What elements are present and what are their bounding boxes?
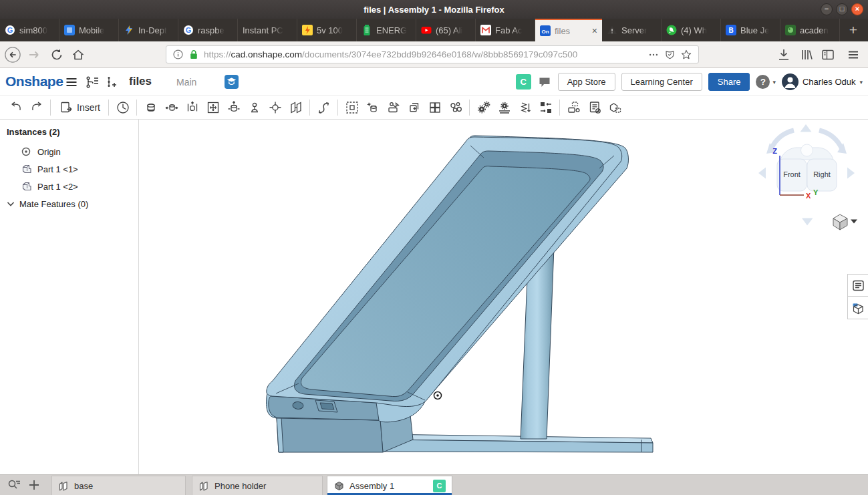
forward-button[interactable] <box>25 46 43 63</box>
mate-revolute-icon[interactable] <box>161 98 182 118</box>
menu-icon[interactable] <box>845 46 862 63</box>
window-controls: − □ × <box>821 3 863 15</box>
group-icon[interactable] <box>341 98 362 118</box>
workspace-name[interactable]: Main <box>176 77 196 88</box>
versions-icon[interactable] <box>84 75 99 90</box>
insert-button[interactable]: Insert <box>54 98 105 118</box>
duplicate-icon[interactable] <box>404 98 424 118</box>
instance-row-part-1-2[interactable]: Part 1 <2> <box>0 178 138 195</box>
document-name: files <box>129 75 152 88</box>
view-cube[interactable]: Front Right Z X Y <box>755 120 868 233</box>
mate-planar-icon[interactable] <box>202 98 223 118</box>
history-icon[interactable] <box>112 98 133 118</box>
browser-tab-fab-ac[interactable]: Fab Ac <box>476 19 535 41</box>
appearance-panel-icon[interactable] <box>847 297 868 319</box>
rack-pinion-icon[interactable] <box>494 98 515 118</box>
undo-icon[interactable] <box>5 98 26 118</box>
user-menu[interactable]: Charles Oduk ▾ <box>782 73 863 90</box>
instance-row-origin[interactable]: Origin <box>0 143 138 160</box>
pattern-icon[interactable] <box>424 98 445 118</box>
gear-pattern-icon[interactable] <box>445 98 466 118</box>
collaborator-badge[interactable]: C <box>516 74 531 90</box>
document-menu-icon[interactable] <box>64 75 79 90</box>
mate-parallel-icon[interactable] <box>285 98 306 118</box>
url-bar[interactable]: https://cad.onshape.com/documents/3074ee… <box>166 45 699 63</box>
browser-tab-sim800[interactable]: Gsim800 <box>0 19 59 41</box>
branch-icon[interactable] <box>105 75 120 90</box>
origin-icon <box>20 146 32 158</box>
reload-button[interactable] <box>48 46 65 63</box>
mate-fastened-icon[interactable] <box>140 98 161 118</box>
mate-pin-slot-icon[interactable] <box>244 98 265 118</box>
help-icon[interactable]: ? <box>756 75 770 89</box>
screw-relation-icon[interactable] <box>515 98 535 118</box>
document-tab-phone-holder[interactable]: Phone holder <box>192 476 323 495</box>
redo-icon[interactable] <box>26 98 47 118</box>
new-browser-tab-button[interactable]: + <box>840 19 867 41</box>
browser-tab-files[interactable]: Onfiles× <box>535 19 602 41</box>
browser-tab-5v-100[interactable]: 5v 100 <box>297 19 357 41</box>
page-actions-icon[interactable] <box>647 49 660 61</box>
document-tab-base[interactable]: base <box>51 476 186 495</box>
origin-marker[interactable] <box>434 392 442 399</box>
browser-tab-blue-je[interactable]: BBlue Je <box>721 19 780 41</box>
browser-tab-mobile[interactable]: Mobile <box>59 19 119 41</box>
view-options-dropdown[interactable] <box>833 214 857 230</box>
instance-row-part-1-1[interactable]: Part 1 <1> <box>0 160 138 178</box>
close-button[interactable]: × <box>851 3 863 15</box>
view-cube-faces[interactable]: Front Right <box>777 144 837 191</box>
bookmark-star-icon[interactable] <box>680 49 692 61</box>
onshape-logo[interactable]: Onshape <box>5 73 63 90</box>
mate-connector-icon[interactable] <box>362 98 383 118</box>
search-tabs-icon[interactable] <box>7 478 21 492</box>
avatar[interactable] <box>782 73 799 90</box>
chevron-down-icon <box>5 198 16 209</box>
bill-of-materials-icon[interactable] <box>584 98 605 118</box>
mate-ball-icon[interactable] <box>265 98 285 118</box>
replicate-icon[interactable] <box>535 98 556 118</box>
help-menu[interactable]: ? ▾ <box>756 75 776 89</box>
browser-tab-4-wh[interactable]: (4) Wh <box>662 19 721 41</box>
gear-relation-icon[interactable] <box>473 98 494 118</box>
browser-tab-raspbe[interactable]: Graspbe <box>178 19 238 41</box>
new-tab-icon[interactable] <box>27 478 41 492</box>
exploded-view-icon[interactable] <box>563 98 584 118</box>
browser-tab-label: 5v 100 <box>317 25 343 35</box>
library-icon[interactable] <box>798 46 815 63</box>
part-base-rail[interactable] <box>382 434 653 452</box>
learning-badge-icon[interactable] <box>225 75 239 89</box>
downloads-icon[interactable] <box>775 46 792 63</box>
browser-tab-label: Blue Je <box>740 25 769 35</box>
browser-tab-acaden[interactable]: acaden <box>780 19 840 41</box>
configuration-panel-icon[interactable] <box>847 274 868 297</box>
snap-mode-icon[interactable] <box>313 98 334 118</box>
sidebar-toggle-icon[interactable] <box>819 46 837 63</box>
maximize-button[interactable]: □ <box>836 3 848 15</box>
share-button[interactable]: Share <box>708 73 750 91</box>
back-button[interactable] <box>4 46 21 63</box>
comment-icon[interactable] <box>537 75 552 90</box>
ssl-lock-icon[interactable] <box>188 49 199 60</box>
tab-close-icon[interactable]: × <box>592 25 597 36</box>
browser-tab-instant-pc[interactable]: Instant PC <box>238 19 297 41</box>
browser-tab-in-dept[interactable]: In-Dept <box>119 19 178 41</box>
mate-features-row[interactable]: Mate Features (0) <box>0 195 138 212</box>
transform-icon[interactable] <box>383 98 404 118</box>
browser-tab-65-ali[interactable]: (65) Ali <box>416 19 476 41</box>
toolbar-separator <box>108 100 109 116</box>
browser-tab-strip: Gsim800MobileIn-DeptGraspbeInstant PC5v … <box>0 19 868 41</box>
browser-tab-server[interactable]: Server <box>602 19 662 41</box>
browser-tab-energ[interactable]: ENERG <box>357 19 416 41</box>
mate-cylindrical-icon[interactable] <box>223 98 244 118</box>
part-phone-tray[interactable] <box>267 136 629 422</box>
app-store-button[interactable]: App Store <box>558 73 615 91</box>
pocket-shield-icon[interactable] <box>664 49 676 60</box>
document-tab-assembly-1[interactable]: Assembly 1C <box>327 476 452 495</box>
home-button[interactable] <box>69 46 87 63</box>
mate-slider-icon[interactable] <box>182 98 202 118</box>
minimize-button[interactable]: − <box>821 3 833 15</box>
3d-viewport[interactable]: Front Right Z X Y <box>139 120 868 474</box>
interference-detection-icon[interactable] <box>605 98 625 118</box>
learning-center-button[interactable]: Learning Center <box>621 73 702 91</box>
page-info-icon[interactable] <box>172 49 184 60</box>
